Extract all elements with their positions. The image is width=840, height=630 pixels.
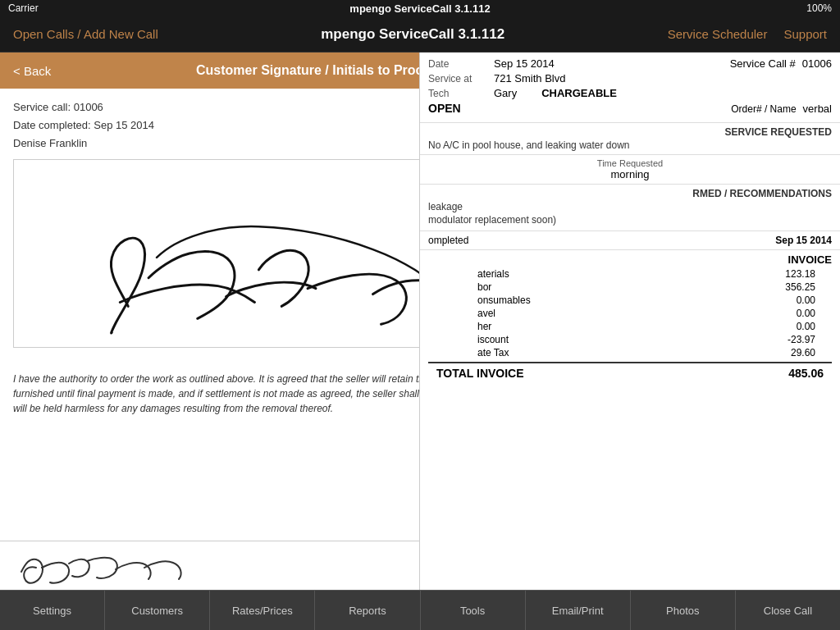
- work-item-2: modulator replacement soon): [428, 214, 832, 226]
- work-performed-title: RMED / RECOMMENDATIONS: [428, 188, 832, 199]
- date-row: Date Sep 15 2014 Service Call # 01006: [428, 57, 832, 70]
- invoice-title: INVOICE: [428, 253, 832, 266]
- sig-customer-name: Denise Franklin: [13, 135, 420, 153]
- double-tap-erase-button[interactable]: Double Tap to Erase: [13, 353, 420, 365]
- tab-items: SettingsCustomersRates/PricesReportsTool…: [0, 591, 840, 630]
- invoice-row: avel0.00: [428, 308, 832, 319]
- support-button[interactable]: Support: [783, 27, 827, 41]
- status-row: OPEN Order# / Name verbal: [428, 102, 832, 115]
- sig-service-call: Service call: 01006: [13, 98, 420, 116]
- service-requested-section: SERVICE REQUESTED No A/C in pool house, …: [420, 123, 840, 155]
- chargeable-label: CHARGEABLE: [541, 87, 617, 99]
- order-name-label: Order# / Name: [731, 103, 796, 115]
- tech-row: Tech Gary CHARGEABLE: [428, 87, 832, 99]
- customer-initials-signature: [13, 543, 194, 588]
- work-item-1: leakage: [428, 201, 832, 212]
- sig-date-completed: Date completed: Sep 15 2014: [13, 116, 420, 135]
- time-requested-value: morning: [428, 168, 832, 180]
- open-calls-button[interactable]: Open Calls / Add New Call: [13, 27, 158, 41]
- main-content: Excel Services Inc 123 Main Street Naper…: [0, 52, 840, 590]
- nav-bar: Open Calls / Add New Call mpengo Service…: [0, 16, 840, 52]
- tech-value: Gary: [494, 87, 517, 99]
- time-requested-section: Time Requested morning: [420, 155, 840, 185]
- tab-item-email/print[interactable]: Email/Print: [526, 591, 631, 630]
- tech-label: Tech: [428, 88, 494, 99]
- invoice-row: her0.00: [428, 321, 832, 332]
- nav-right-buttons: Service Scheduler Support: [668, 27, 827, 41]
- app-name-label: mpengo ServiceCall 3.1.112: [349, 2, 490, 15]
- tab-item-tools[interactable]: Tools: [421, 591, 526, 630]
- invoice-row: ate Tax29.60: [428, 347, 832, 358]
- invoice-row: aterials123.18: [428, 268, 832, 280]
- right-panel: Date Sep 15 2014 Service Call # 01006 Se…: [420, 52, 840, 590]
- tab-item-close-call[interactable]: Close Call: [736, 591, 840, 630]
- total-row: TOTAL INVOICE 485.06: [428, 362, 832, 380]
- legal-text: I have the authority to order the work a…: [13, 372, 420, 416]
- status-open-label: OPEN: [428, 102, 461, 115]
- customer-initials-area: Sep 15 2014 10:42 PM: [0, 541, 420, 590]
- tab-item-photos[interactable]: Photos: [631, 591, 736, 630]
- signature-overlay: < Back Customer Signature / Initials to …: [0, 52, 420, 590]
- signature-nav-bar: < Back Customer Signature / Initials to …: [0, 52, 420, 89]
- call-num-value: 01006: [802, 57, 832, 70]
- time-requested-label: Time Requested: [428, 158, 832, 168]
- service-header: Date Sep 15 2014 Service Call # 01006 Se…: [420, 52, 840, 123]
- work-items: leakage modulator replacement soon): [428, 201, 832, 226]
- signature-info: Service call: 01006 Date completed: Sep …: [13, 98, 420, 153]
- signature-body: Service call: 01006 Date completed: Sep …: [0, 89, 420, 541]
- signature-title: Customer Signature / Initials to Proceed: [196, 63, 420, 78]
- service-description: No A/C in pool house, and leaking water …: [428, 139, 832, 151]
- order-name-value: verbal: [803, 103, 832, 115]
- total-label: TOTAL INVOICE: [436, 367, 524, 380]
- invoice-row: onsumables0.00: [428, 294, 832, 306]
- service-scheduler-button[interactable]: Service Scheduler: [668, 27, 768, 41]
- battery-label: 100%: [806, 2, 832, 14]
- invoice-rows: aterials123.18bor356.25onsumables0.00ave…: [428, 268, 832, 358]
- service-at-row: Service at 721 Smith Blvd: [428, 72, 832, 84]
- service-requested-title: SERVICE REQUESTED: [428, 126, 832, 138]
- date-value: Sep 15 2014: [494, 57, 555, 70]
- service-at-label: Service at: [428, 73, 494, 84]
- completed-date: Sep 15 2014: [775, 235, 832, 246]
- signature-canvas[interactable]: [13, 159, 420, 348]
- service-at-value: 721 Smith Blvd: [494, 72, 565, 84]
- status-bar: Carrier mpengo ServiceCall 3.1.112 100%: [0, 0, 840, 16]
- left-panel: Excel Services Inc 123 Main Street Naper…: [0, 52, 420, 590]
- invoice-section: INVOICE aterials123.18bor356.25onsumable…: [420, 250, 840, 383]
- tab-item-rates/prices[interactable]: Rates/Prices: [210, 591, 315, 630]
- carrier-label: Carrier: [8, 2, 39, 14]
- app-title: mpengo ServiceCall 3.1.112: [321, 26, 504, 43]
- work-performed-section: RMED / RECOMMENDATIONS leakage modulator…: [420, 185, 840, 231]
- tab-bar: SettingsCustomersRates/PricesReportsTool…: [0, 590, 840, 630]
- total-value: 485.06: [788, 367, 824, 380]
- invoice-row: bor356.25: [428, 281, 832, 293]
- tab-item-reports[interactable]: Reports: [315, 591, 420, 630]
- signature-back-button[interactable]: < Back: [13, 64, 51, 78]
- tab-item-settings[interactable]: Settings: [0, 591, 105, 630]
- completed-label: ompleted: [428, 235, 468, 246]
- completed-row: ompleted Sep 15 2014: [420, 231, 840, 250]
- call-num-row: Service Call # 01006: [730, 57, 832, 70]
- date-label: Date: [428, 58, 494, 70]
- double-tap-status: DoubleTap is ON: [13, 421, 420, 434]
- tab-item-customers[interactable]: Customers: [105, 591, 210, 630]
- call-num-label: Service Call #: [730, 57, 796, 70]
- invoice-row: iscount-23.97: [428, 334, 832, 345]
